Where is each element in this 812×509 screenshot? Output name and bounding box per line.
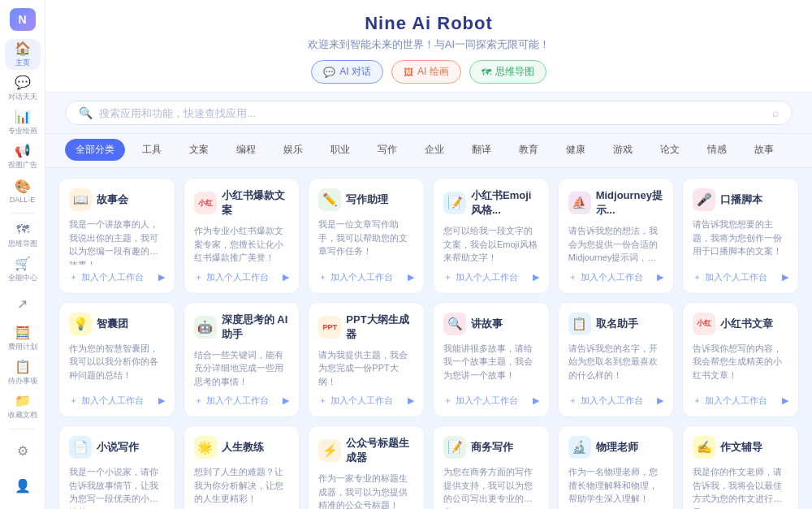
card-desc: 告诉我你想写的内容，我会帮您生成精美的小红书文章！ <box>693 342 788 389</box>
card-item[interactable]: 小红 小红书爆款文案 作为专业小红书爆款文案专家，您擅长让化小红书爆款推广美誉！… <box>184 178 300 294</box>
card-item[interactable]: 📖 故事会 我是一个讲故事的人，我说出你的主题，我可以为您编一段有趣的小故事！ … <box>58 178 175 294</box>
card-icon: 小红 <box>693 313 715 335</box>
card-add-button[interactable]: ＋ 加入个人工作台 ▶ <box>194 395 290 407</box>
sidebar-item-collect[interactable]: 📁 收藏文档 <box>5 391 41 422</box>
card-icon: 📋 <box>568 313 591 335</box>
category-tab-trans[interactable]: 翻译 <box>461 139 502 161</box>
sidebar-item-shop[interactable]: 🛒 全能中心 <box>5 254 41 285</box>
card-item[interactable]: 📄 小说写作 我是一个小说家，请你告诉我故事情节，让我为您写一段优美的小说情节！… <box>58 425 175 509</box>
category-tab-thesis[interactable]: 论文 <box>650 139 690 161</box>
category-tab-job[interactable]: 职业 <box>320 139 361 161</box>
sidebar-expert-label: 专业绘画 <box>8 126 37 136</box>
sidebar-item-chat[interactable]: 💬 对话天天 <box>5 73 41 104</box>
card-add-button[interactable]: ＋ 加入个人工作台 ▶ <box>568 271 664 283</box>
card-add-button[interactable]: ＋ 加入个人工作台 ▶ <box>318 395 414 407</box>
card-footer-label: 加入个人工作台 <box>330 395 393 407</box>
sidebar-logo: N <box>10 8 36 31</box>
sidebar-item-dall[interactable]: 🎨 DALL-E <box>5 175 41 206</box>
card-desc: 为您在商务方面的写作提供支持，我可以为您的公司写出更专业的文章！ <box>443 465 539 509</box>
card-icon: 📝 <box>443 192 466 214</box>
plus-icon: ＋ <box>693 271 702 283</box>
plus-icon: ＋ <box>443 271 452 283</box>
sidebar-item-ad[interactable]: 📢 投图广告 <box>5 141 41 172</box>
ai-draw-button[interactable]: 🖼 AI 绘画 <box>391 60 461 84</box>
card-item[interactable]: 📋 取名助手 请告诉我您的名字，开始为您取名到您最喜欢的什么样的！ ＋ 加入个人… <box>558 302 675 418</box>
card-footer-label: 加入个人工作台 <box>81 271 144 283</box>
card-header: 小红 小红书爆款文案 <box>194 188 290 218</box>
sidebar-item-mindmap[interactable]: 🗺 思维导图 <box>5 220 41 251</box>
card-icon: 💡 <box>69 313 92 335</box>
category-tab-write[interactable]: 写作 <box>367 139 408 161</box>
sidebar-item-share[interactable]: ↗ <box>5 288 41 319</box>
card-add-button[interactable]: ＋ 加入个人工作台 ▶ <box>443 395 539 407</box>
card-footer-label: 加入个人工作台 <box>330 271 393 283</box>
card-icon: 📖 <box>69 188 92 211</box>
card-item[interactable]: ⛵ Midjourney提示... 请告诉我您的想法，我会为您提供一份合适的Mi… <box>558 178 675 294</box>
cards-grid: 📖 故事会 我是一个讲故事的人，我说出你的主题，我可以为您编一段有趣的小故事！ … <box>58 178 799 509</box>
search-input[interactable] <box>99 107 766 119</box>
collect-icon: 📁 <box>15 393 31 408</box>
card-add-button[interactable]: ＋ 加入个人工作台 ▶ <box>69 395 165 407</box>
category-tab-edu[interactable]: 教育 <box>508 139 549 161</box>
category-tabs: 全部分类工具文案编程娱乐职业写作企业翻译教育健康游戏论文情感故事 <box>45 134 812 168</box>
card-item[interactable]: 🎤 口播脚本 请告诉我您想要的主题，我将为您创作一份用于口播脚本的文案！ ＋ 加… <box>682 178 799 294</box>
card-item[interactable]: ✍️ 作文辅导 我是你的作文老师，请告诉我，我将会以最佳方式为您的作文进行指导！… <box>682 425 799 509</box>
category-tab-tools[interactable]: 工具 <box>132 139 172 161</box>
sidebar-item-tasks[interactable]: 📋 待办事项 <box>5 357 41 388</box>
card-desc: 我是你的作文老师，请告诉我，我将会以最佳方式为您的作文进行指导！ <box>693 465 788 509</box>
page-title: Nine Ai Robot <box>65 13 793 34</box>
card-header: 🔍 讲故事 <box>443 313 539 335</box>
card-item[interactable]: ✏️ 写作助理 我是一位文章写作助手，我可以帮助您的文章写作任务！ ＋ 加入个人… <box>308 178 425 294</box>
card-title: 讲故事 <box>471 317 503 331</box>
card-title: PPT大纲生成器 <box>346 313 414 342</box>
sidebar-item-calc[interactable]: 🧮 费用计划 <box>5 323 41 354</box>
card-add-button[interactable]: ＋ 加入个人工作台 ▶ <box>69 271 165 283</box>
card-item[interactable]: ⚡ 公众号标题生成器 作为一家专业的标题生成器，我可以为您提供精准的公众号标题！… <box>308 425 425 509</box>
card-desc: 我是一个小说家，请你告诉我故事情节，让我为您写一段优美的小说情节！ <box>69 465 165 509</box>
card-add-button[interactable]: ＋ 加入个人工作台 ▶ <box>693 271 788 283</box>
card-item[interactable]: PPT PPT大纲生成器 请为我提供主题，我会为您完成一份PPT大纲！ ＋ 加入… <box>308 302 425 418</box>
card-item[interactable]: 📝 商务写作 为您在商务方面的写作提供支持，我可以为您的公司写出更专业的文章！ … <box>433 425 550 509</box>
card-add-button[interactable]: ＋ 加入个人工作台 ▶ <box>568 395 664 407</box>
category-tab-game[interactable]: 游戏 <box>603 139 643 161</box>
category-tab-emotion[interactable]: 情感 <box>697 139 737 161</box>
settings-icon: ⚙ <box>17 443 28 459</box>
card-desc: 我能讲很多故事，请给我一个故事主题，我会为您讲一个故事！ <box>443 342 539 389</box>
category-tab-prog[interactable]: 编程 <box>226 139 266 161</box>
card-item[interactable]: 🔍 讲故事 我能讲很多故事，请给我一个故事主题，我会为您讲一个故事！ ＋ 加入个… <box>433 302 550 418</box>
ai-chat-button[interactable]: 💬 AI 对话 <box>311 60 383 84</box>
mindmap-button[interactable]: 🗺 思维导图 <box>469 60 546 84</box>
page-header: Nine Ai Robot 欢迎来到智能未来的世界！与AI一同探索无限可能！ 💬… <box>45 0 812 93</box>
category-tab-all[interactable]: 全部分类 <box>65 139 125 161</box>
chat-btn-label: AI 对话 <box>339 65 371 79</box>
plus-icon: ＋ <box>568 395 577 407</box>
card-header: 📋 取名助手 <box>568 313 664 335</box>
dall-icon: 🎨 <box>15 179 31 194</box>
category-tab-story[interactable]: 故事 <box>744 139 784 161</box>
card-item[interactable]: 🌟 人生教练 想到了人生的难题？让我为你分析解决，让您的人生更精彩！ ＋ 加入个… <box>184 425 300 509</box>
card-item[interactable]: 🤖 深度思考的 AI 助手 结合一些关键词，能有充分详细地完成一些用思考的事情！… <box>184 302 300 418</box>
category-tab-copy[interactable]: 文案 <box>179 139 219 161</box>
card-item[interactable]: 📝 小红书Emoji风格... 您可以给我一段文字的文案，我会以Emoji风格来… <box>433 178 550 294</box>
sidebar-item-user[interactable]: 👤 <box>5 470 41 501</box>
sidebar-item-settings[interactable]: ⚙ <box>5 436 41 467</box>
search-input-wrap[interactable]: 🔍 ⌕ <box>65 101 793 125</box>
card-add-button[interactable]: ＋ 加入个人工作台 ▶ <box>693 395 788 407</box>
card-item[interactable]: 💡 智囊团 作为您的智慧智囊团，我可以以我分析你的各种问题的总结！ ＋ 加入个人… <box>58 302 175 418</box>
sidebar-item-expert[interactable]: 📊 专业绘画 <box>5 107 41 138</box>
card-footer-label: 加入个人工作台 <box>705 395 767 407</box>
card-item[interactable]: 🔬 物理老师 作为一名物理老师，您擅长物理解释和物理，帮助学生深入理解！ ＋ 加… <box>558 425 675 509</box>
card-add-button[interactable]: ＋ 加入个人工作台 ▶ <box>194 271 290 283</box>
card-item[interactable]: 小红 小红书文章 告诉我你想写的内容，我会帮您生成精美的小红书文章！ ＋ 加入个… <box>682 302 799 418</box>
card-add-button[interactable]: ＋ 加入个人工作台 ▶ <box>318 271 414 283</box>
plus-icon: ＋ <box>318 271 327 283</box>
card-header: 🎤 口播脚本 <box>693 188 788 211</box>
card-add-button[interactable]: ＋ 加入个人工作台 ▶ <box>443 271 539 283</box>
plus-icon: ＋ <box>693 395 702 407</box>
category-tab-ent[interactable]: 娱乐 <box>273 139 313 161</box>
category-tab-health[interactable]: 健康 <box>555 139 596 161</box>
category-tab-biz[interactable]: 企业 <box>414 139 455 161</box>
sidebar-item-home[interactable]: 🏠 主页 <box>5 39 41 70</box>
card-icon: ⚡ <box>318 439 341 462</box>
card-desc: 请告诉我您想要的主题，我将为您创作一份用于口播脚本的文案！ <box>693 218 788 265</box>
